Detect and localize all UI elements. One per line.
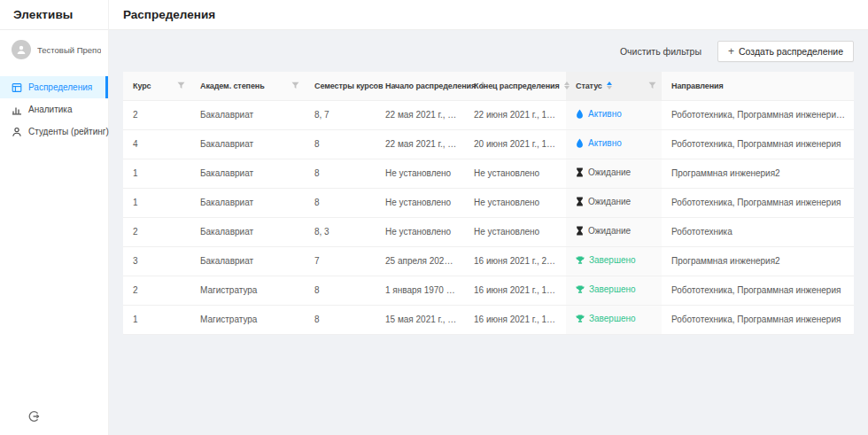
create-distribution-button[interactable]: + Создать распределение [717, 41, 854, 62]
create-distribution-label: Создать распределение [739, 46, 843, 57]
table-row[interactable]: 2 Бакалавриат 8, 7 22 мая 2021 г., 0:20 … [123, 100, 854, 129]
sidebar-item-label: Студенты (рейтинг) [28, 127, 109, 136]
cell-directions: Робототехника [662, 217, 854, 246]
cell-status: Ожидание [566, 217, 662, 246]
plus-icon: + [728, 46, 734, 57]
cell-semesters: 8 [305, 159, 376, 188]
cell-semesters: 8 [305, 276, 376, 305]
status-badge: Завершено [576, 284, 636, 294]
user-icon [12, 127, 22, 137]
cell-end: 20 июня 2021 г., 16:18 [464, 129, 566, 159]
hourglass-icon [576, 197, 584, 206]
cell-start: 22 мая 2021 г., 14:21 [376, 129, 464, 159]
cell-directions: Робототехника, Программная инженерия [662, 276, 854, 305]
sort-icon [564, 82, 570, 89]
person-icon [16, 44, 27, 55]
cell-course: 3 [123, 246, 190, 276]
filter-icon[interactable] [177, 82, 185, 89]
bar-chart-icon [12, 105, 22, 115]
cell-degree: Бакалавриат [190, 129, 305, 159]
cell-course: 2 [123, 276, 190, 305]
cell-end: 22 июня 2021 г., 17:38 [464, 100, 566, 129]
logout-icon [27, 410, 40, 423]
hourglass-icon [576, 226, 584, 236]
cell-directions: Робототехника, Программная инженерия [662, 188, 854, 217]
table-row[interactable]: 2 Магистратура 8 1 января 1970 г., 3:00 … [123, 276, 854, 305]
table-row[interactable]: 1 Бакалавриат 8 Не установлено Не устано… [123, 188, 854, 217]
page-header: Распределения [109, 0, 868, 30]
status-badge: Активно [576, 109, 622, 119]
cell-directions: Программная инженерия2 [662, 159, 854, 188]
cell-status: Активно [566, 129, 662, 159]
cell-semesters: 8 [305, 305, 376, 334]
main-area: Распределения Очистить фильтры + Создать… [109, 0, 868, 435]
table-row[interactable]: 4 Бакалавриат 8 22 мая 2021 г., 14:21 20… [123, 129, 854, 159]
column-header-start[interactable]: Начало распределения [376, 72, 464, 100]
page-title: Распределения [123, 8, 215, 21]
droplet-icon [576, 109, 584, 119]
cell-status: Активно [566, 100, 662, 129]
status-badge: Ожидание [576, 197, 631, 206]
hourglass-icon [576, 167, 584, 177]
cell-start: 15 мая 2021 г., 10:46 [376, 305, 464, 334]
cell-degree: Бакалавриат [190, 188, 305, 217]
column-header-degree[interactable]: Академ. степень [190, 72, 305, 100]
cell-status: Завершено [566, 305, 662, 334]
sidebar-item-students-rating[interactable]: Студенты (рейтинг) [0, 120, 108, 143]
table-row[interactable]: 1 Магистратура 8 15 мая 2021 г., 10:46 1… [123, 305, 854, 334]
trophy-icon [576, 315, 585, 323]
column-header-end[interactable]: Конец распределения [464, 72, 566, 100]
cell-start: Не установлено [376, 159, 464, 188]
toolbar: Очистить фильтры + Создать распределение [123, 41, 854, 62]
trophy-icon [576, 256, 585, 265]
status-badge: Завершено [576, 314, 636, 323]
table-row[interactable]: 1 Бакалавриат 8 Не установлено Не устано… [123, 159, 854, 188]
cell-semesters: 8, 3 [305, 217, 376, 246]
cell-start: Не установлено [376, 217, 464, 246]
column-header-semesters: Семестры курсов [305, 72, 376, 100]
trophy-icon [576, 285, 585, 294]
cell-semesters: 8, 7 [305, 100, 376, 129]
sidebar-item-distributions[interactable]: Распределения [0, 76, 108, 98]
logout-button[interactable] [27, 410, 40, 423]
content: Очистить фильтры + Создать распределение… [109, 30, 868, 435]
status-label: Завершено [589, 314, 636, 323]
cell-directions: Робототехника, Программная инженерия [662, 129, 854, 159]
filter-icon[interactable] [291, 82, 299, 89]
cell-semesters: 8 [305, 188, 376, 217]
cell-course: 4 [123, 129, 190, 159]
table-icon [12, 82, 22, 93]
sidebar-item-label: Распределения [28, 82, 92, 92]
status-label: Ожидание [588, 226, 631, 236]
table-row[interactable]: 3 Бакалавриат 7 25 апреля 2021 г., 12:37… [123, 246, 854, 276]
column-header-status[interactable]: Статус [566, 72, 662, 100]
cell-degree: Магистратура [190, 276, 305, 305]
column-header-course[interactable]: Курс [123, 72, 190, 100]
sort-ascending-icon [607, 82, 612, 89]
user-name: Тестовый Препод. [37, 45, 101, 55]
status-label: Ожидание [588, 167, 631, 177]
sidebar-item-label: Аналитика [28, 105, 73, 114]
filter-icon[interactable] [648, 82, 656, 89]
cell-end: 16 июня 2021 г., 22:07 [464, 246, 566, 276]
cell-course: 2 [123, 100, 190, 129]
cell-course: 1 [123, 305, 190, 334]
cell-start: 22 мая 2021 г., 0:20 [376, 100, 464, 129]
cell-degree: Магистратура [190, 305, 305, 334]
status-badge: Активно [576, 138, 622, 148]
status-label: Активно [588, 138, 622, 148]
user-profile: Тестовый Препод. [0, 30, 108, 67]
cell-directions: Робототехника, Программная инженерия, Пр… [662, 100, 854, 129]
cell-status: Завершено [566, 246, 662, 276]
table-body: 2 Бакалавриат 8, 7 22 мая 2021 г., 0:20 … [123, 100, 854, 334]
sidebar-item-analytics[interactable]: Аналитика [0, 98, 108, 120]
cell-end: Не установлено [464, 159, 566, 188]
cell-start: Не установлено [376, 188, 464, 217]
status-label: Ожидание [588, 197, 631, 206]
table-row[interactable]: 2 Бакалавриат 8, 3 Не установлено Не уст… [123, 217, 854, 246]
sidebar-header: Элективы [0, 0, 108, 30]
clear-filters-button[interactable]: Очистить фильтры [620, 46, 701, 57]
cell-start: 1 января 1970 г., 3:00 [376, 276, 464, 305]
table-header-row: Курс Академ. степень Семестры курсов [123, 72, 854, 100]
sidebar-menu: Распределения Аналитика Студенты (рейтин… [0, 76, 108, 143]
